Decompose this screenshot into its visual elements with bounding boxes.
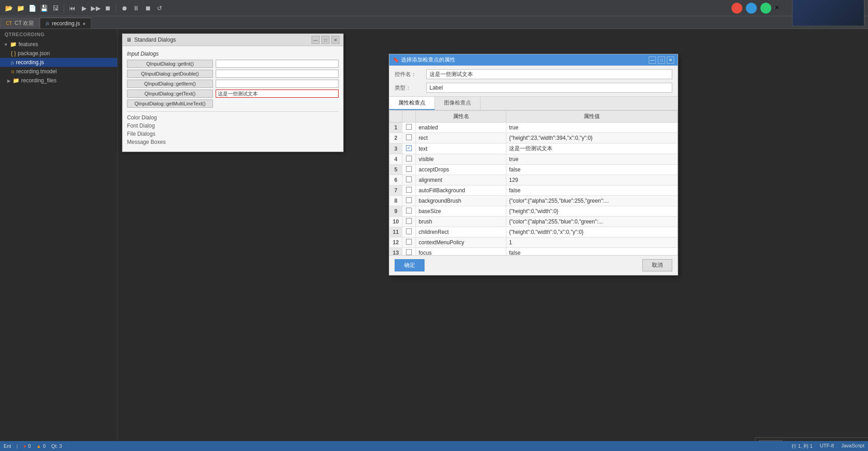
minimize-button[interactable]: — — [311, 36, 320, 44]
sidebar-item-recording-js[interactable]: js recording.js — [0, 58, 117, 67]
save-icon[interactable]: 💾 — [39, 3, 49, 13]
tmodel-icon: ⊙ — [11, 69, 14, 74]
row-num-13: 13 — [390, 248, 402, 256]
check-4[interactable] — [402, 154, 416, 165]
sidebar-item-recording-tmodel[interactable]: ⊙ recording.tmodel — [0, 67, 117, 76]
section-message: Message Boxes — [127, 139, 339, 145]
table-row: 12 contextMenuPolicy 1 — [390, 237, 678, 248]
check-9[interactable] — [402, 206, 416, 217]
get-item-button[interactable]: QInputDialog::getItem() — [127, 80, 213, 88]
stop-icon[interactable]: ⏹ — [103, 3, 113, 13]
row-num-5: 5 — [390, 165, 402, 175]
prop-value-3: 这是一些测试文本 — [506, 143, 678, 154]
sidebar-item-features-label: features — [19, 41, 38, 47]
tab-js-recording-label: recording.js — [52, 20, 80, 27]
table-row: 7 autoFillBackground false — [390, 185, 678, 196]
check-7[interactable] — [402, 185, 416, 196]
prop-value-10: {"color":{"alpha":255,"blue":0,"green":.… — [506, 217, 678, 227]
refresh-icon[interactable]: ↺ — [155, 3, 165, 13]
check-2[interactable] — [402, 133, 416, 143]
get-int-input[interactable] — [216, 60, 339, 68]
json-icon: { } — [11, 50, 16, 57]
get-text-button[interactable]: QInputDialog::getText() — [127, 90, 213, 98]
rec-stop-button[interactable] — [731, 3, 742, 14]
check-1[interactable] — [402, 123, 416, 133]
main-layout: QTRECORDING ▼ 📁 features { } package.jso… — [0, 29, 868, 451]
get-double-input[interactable] — [216, 70, 339, 78]
new-file-icon[interactable]: 📄 — [27, 3, 37, 13]
row-num-11: 11 — [390, 227, 402, 237]
prop-minimize-button[interactable]: — — [649, 57, 656, 64]
tab-property-checkpoint[interactable]: 属性检查点 — [389, 97, 435, 110]
check-13[interactable] — [402, 248, 416, 256]
check-8[interactable] — [402, 196, 416, 206]
tab-ct-welcome[interactable]: CT CT 欢迎 — [0, 18, 40, 28]
get-item-input[interactable] — [216, 80, 339, 88]
prop-table-container[interactable]: 属性名 属性值 1 enabled true 2 — [389, 110, 678, 255]
prop-close-button[interactable]: ✕ — [667, 57, 674, 64]
record-icon[interactable]: ⏺ — [119, 3, 129, 13]
step-icon[interactable]: ▶ — [79, 3, 89, 13]
cancel-button[interactable]: 取消 — [642, 259, 672, 271]
prop-name-9: baseSize — [416, 206, 506, 217]
sidebar-item-recording-js-label: recording.js — [16, 59, 44, 66]
check-3[interactable] — [402, 143, 416, 154]
top-toolbar: 📂 📁 📄 💾 🖫 ⏮ ▶ ▶▶ ⏹ ⏺ ⏸ ⏹ ↺ ✕ — [0, 0, 868, 16]
rec-pause-button[interactable] — [746, 3, 757, 14]
table-row: 11 childrenRect {"height":0,"width":0,"x… — [390, 227, 678, 237]
get-double-button[interactable]: QInputDialog::getDouble() — [127, 70, 213, 78]
check-5[interactable] — [402, 165, 416, 175]
maximize-button[interactable]: □ — [321, 36, 330, 44]
control-name-input[interactable] — [426, 69, 672, 79]
record-stop-icon[interactable]: ⏹ — [143, 3, 153, 13]
get-text-input[interactable] — [216, 90, 339, 98]
get-int-button[interactable]: QInputDialog::getInt() — [127, 60, 213, 68]
rec-check-button[interactable] — [760, 3, 771, 14]
prop-name-2: rect — [416, 133, 506, 143]
std-dialogs-content: Input Dialogs QInputDialog::getInt() QIn… — [123, 46, 343, 152]
confirm-button[interactable]: 确定 — [395, 259, 425, 271]
window-controls: — □ ✕ — [311, 36, 340, 44]
folder-icon[interactable]: 📁 — [15, 3, 25, 13]
close-recording-button[interactable]: ✕ — [775, 5, 784, 12]
chevron-down-icon: ▼ — [4, 42, 8, 47]
play-icon[interactable]: ▶▶ — [91, 3, 101, 13]
prop-name-13: focus — [416, 248, 506, 256]
tab-js-recording[interactable]: js recording.js ● — [40, 18, 91, 28]
check-11[interactable] — [402, 227, 416, 237]
prop-name-12: contextMenuPolicy — [416, 237, 506, 248]
check-10[interactable] — [402, 217, 416, 227]
col-prop-value-header: 属性值 — [506, 111, 678, 123]
section-font: Font Dialog — [127, 123, 339, 129]
tab-image-checkpoint[interactable]: 图像检查点 — [435, 97, 481, 110]
prop-maximize-button[interactable]: □ — [658, 57, 665, 64]
prop-name-4: visible — [416, 154, 506, 165]
sidebar-item-features[interactable]: ▼ 📁 features — [0, 40, 117, 49]
sidebar-item-package-json[interactable]: { } package.json — [0, 49, 117, 58]
content-area: 🖥 Standard Dialogs — □ ✕ Input Dialogs Q… — [118, 29, 868, 451]
prop-name-3: text — [416, 143, 506, 154]
open-recent-icon[interactable]: 📂 — [4, 3, 14, 13]
prop-name-8: backgroundBrush — [416, 196, 506, 206]
dialog-row-5: QInputDialog::getMultiLineText() — [127, 100, 339, 108]
get-multiline-button[interactable]: QInputDialog::getMultiLineText() — [127, 100, 213, 108]
modified-dot: ● — [83, 21, 86, 26]
prop-dialog-titlebar: 🔖 选择添加检查点的属性 — □ ✕ — [389, 54, 678, 66]
status-encoding: UTF-8 — [820, 443, 834, 450]
prop-value-4: true — [506, 154, 678, 165]
prop-name-6: alignment — [416, 175, 506, 185]
prop-value-2: {"height":23,"width":394,"x":0,"y":0} — [506, 133, 678, 143]
prop-value-13: false — [506, 248, 678, 256]
type-input[interactable] — [426, 83, 672, 93]
pause-icon[interactable]: ⏸ — [131, 3, 141, 13]
check-6[interactable] — [402, 175, 416, 185]
check-12[interactable] — [402, 237, 416, 248]
table-row: 2 rect {"height":23,"width":394,"x":0,"y… — [390, 133, 678, 143]
prop-value-11: {"height":0,"width":0,"x":0,"y":0} — [506, 227, 678, 237]
sidebar-item-recording-files[interactable]: ▶ 📁 recording_files — [0, 76, 117, 85]
status-mode: Ent — [4, 443, 11, 449]
dialog-row-1: QInputDialog::getInt() — [127, 60, 339, 68]
close-button[interactable]: ✕ — [331, 36, 340, 44]
save-all-icon[interactable]: 🖫 — [51, 3, 61, 13]
step-back-icon[interactable]: ⏮ — [67, 3, 77, 13]
